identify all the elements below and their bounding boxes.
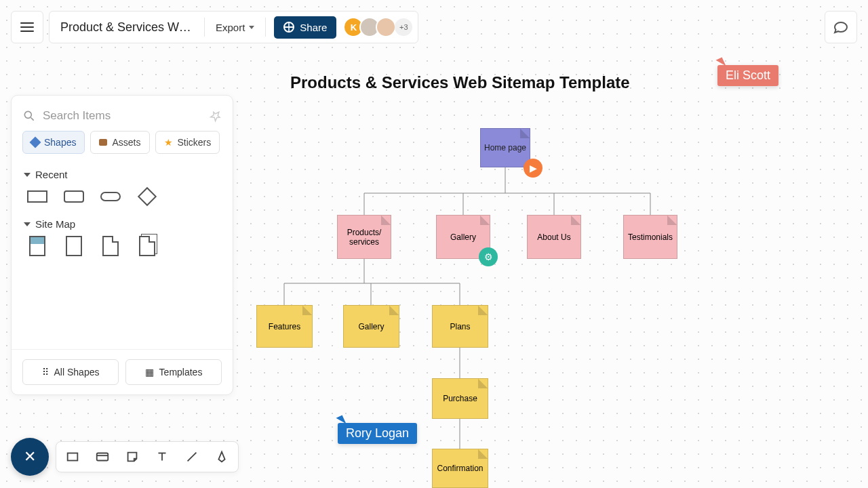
tool-strip [56, 441, 239, 472]
node-gallery2[interactable]: Gallery [343, 305, 399, 348]
bottom-toolbar: ✕ [11, 438, 239, 476]
node-products[interactable]: Products/ services [337, 215, 391, 259]
node-home[interactable]: Home page [480, 128, 530, 167]
pin-icon[interactable] [207, 107, 224, 124]
node-testimonials[interactable]: Testimonials [623, 215, 677, 259]
collaborator-avatars[interactable]: K +3 [347, 17, 412, 37]
button-label: Templates [159, 367, 203, 378]
shapes-panel: Shapes Assets ★Stickers Recent Site Map … [11, 95, 233, 395]
export-label: Export [216, 22, 245, 33]
cursor-label: Eli Scott [717, 65, 778, 86]
tab-label: Stickers [178, 137, 212, 148]
chat-button[interactable] [825, 11, 857, 43]
cursor-label: Rory Logan [338, 423, 417, 444]
globe-icon [283, 22, 294, 33]
tool-sticky[interactable] [123, 447, 142, 466]
close-fab[interactable]: ✕ [11, 438, 49, 476]
section-label: Recent [35, 169, 68, 180]
svg-rect-3 [97, 453, 108, 461]
all-shapes-button[interactable]: ⠿All Shapes [22, 359, 119, 385]
sitemap-shapes [12, 235, 233, 261]
recent-shapes [12, 186, 233, 211]
shape-page-double[interactable] [136, 238, 158, 254]
shape-page-filled[interactable] [26, 238, 48, 254]
shape-diamond[interactable] [136, 188, 158, 205]
node-purchase[interactable]: Purchase [432, 378, 488, 419]
search-input[interactable] [43, 109, 203, 123]
divider [265, 18, 266, 37]
node-about[interactable]: About Us [527, 215, 581, 259]
panel-footer: ⠿All Shapes ▦Templates [12, 349, 233, 386]
cursor-eli: Eli Scott [717, 58, 778, 86]
shape-rounded-rect[interactable] [63, 188, 85, 205]
document-title[interactable]: Product & Services Web... [60, 20, 196, 35]
section-sitemap[interactable]: Site Map [12, 211, 233, 235]
tab-label: Shapes [44, 137, 76, 148]
top-bar: Product & Services Web... Export Share K… [11, 11, 418, 43]
tool-text[interactable] [153, 447, 172, 466]
node-plans[interactable]: Plans [432, 305, 488, 348]
shape-page[interactable] [63, 238, 85, 254]
divider [204, 18, 205, 37]
share-label: Share [300, 22, 327, 33]
chevron-down-icon [249, 26, 254, 29]
shape-page-folded[interactable] [100, 238, 121, 254]
menu-button[interactable] [11, 11, 43, 43]
svg-line-1 [31, 118, 34, 121]
template-icon: ▦ [145, 367, 154, 378]
avatar[interactable] [376, 17, 396, 37]
shape-icon [30, 137, 41, 148]
tool-line[interactable] [182, 447, 201, 466]
node-features[interactable]: Features [256, 305, 313, 348]
tab-shapes[interactable]: Shapes [22, 131, 85, 154]
tool-pen[interactable] [212, 447, 231, 466]
svg-point-0 [24, 111, 31, 118]
node-confirmation[interactable]: Confirmation [432, 449, 488, 488]
templates-button[interactable]: ▦Templates [125, 359, 222, 385]
chat-icon [833, 19, 849, 35]
button-label: All Shapes [54, 367, 100, 378]
tab-stickers[interactable]: ★Stickers [155, 131, 220, 154]
cursor-rory: Rory Logan [338, 416, 417, 444]
search-row [12, 104, 233, 131]
svg-rect-2 [68, 453, 78, 461]
settings-badge-icon[interactable]: ⚙ [479, 247, 498, 266]
video-badge-icon[interactable]: ▶ [524, 159, 542, 178]
hamburger-icon [20, 22, 34, 32]
section-recent[interactable]: Recent [12, 162, 233, 186]
section-label: Site Map [35, 218, 75, 230]
avatar-more[interactable]: +3 [395, 18, 412, 36]
close-icon: ✕ [24, 448, 36, 466]
tool-rectangle[interactable] [63, 447, 82, 466]
grid-icon: ⠿ [42, 367, 49, 378]
chevron-down-icon [24, 222, 31, 226]
star-icon: ★ [164, 137, 173, 148]
topbar-main: Product & Services Web... Export Share K… [49, 11, 418, 43]
shape-pill[interactable] [100, 188, 121, 205]
tool-card[interactable] [93, 447, 112, 466]
tab-label: Assets [112, 137, 140, 148]
shape-rectangle[interactable] [26, 188, 48, 205]
search-icon [22, 109, 36, 123]
briefcase-icon [99, 139, 107, 146]
tab-assets[interactable]: Assets [90, 131, 149, 154]
chevron-down-icon [24, 173, 31, 177]
panel-tabs: Shapes Assets ★Stickers [12, 131, 233, 162]
canvas-title: Products & Services Web Sitemap Template [290, 73, 630, 92]
export-button[interactable]: Export [213, 18, 257, 37]
share-button[interactable]: Share [274, 16, 336, 39]
svg-line-7 [188, 453, 197, 462]
